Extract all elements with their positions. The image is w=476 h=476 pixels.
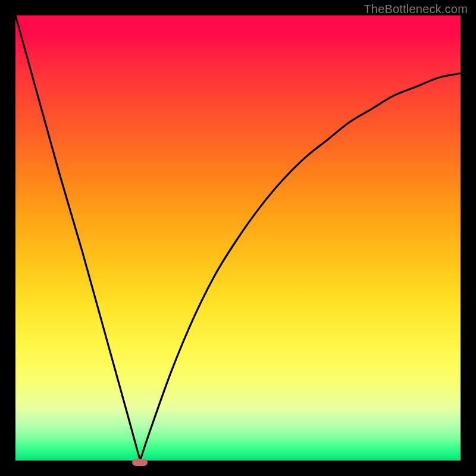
curve-path	[15, 15, 461, 461]
bottleneck-curve	[15, 15, 461, 461]
chart-area	[15, 15, 461, 461]
optimal-marker	[132, 459, 148, 466]
watermark-text: TheBottleneck.com	[364, 2, 468, 16]
